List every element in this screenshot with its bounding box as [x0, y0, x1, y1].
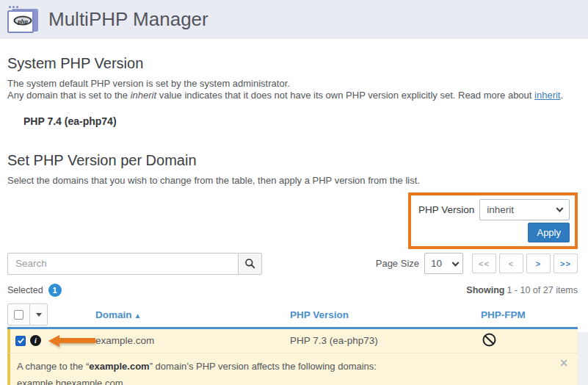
cell-php-fpm: [481, 333, 578, 349]
notice-text-post: ” domain’s PHP version affects the follo…: [150, 361, 377, 372]
affected-domain: example.hgexample.com: [17, 378, 553, 385]
column-header-php-version[interactable]: PHP Version: [290, 309, 481, 320]
pagination: << < > >>: [472, 253, 578, 273]
system-desc-line2-pre: Any domain that is set to the: [7, 90, 131, 101]
page-size-label: Page Size: [376, 258, 419, 269]
system-desc-line1: The system default PHP version is set by…: [7, 78, 290, 89]
php-logo-text: php: [14, 16, 32, 26]
affected-domains-notice: ✕ A change to the “example.com” domain’s…: [7, 353, 578, 385]
page-controls: Page Size 10 << < > >>: [376, 253, 578, 274]
notice-text: A change to the “example.com” domain’s P…: [17, 361, 553, 372]
selected-summary: Selected 1: [7, 284, 62, 297]
selection-summary-row: Selected 1 Showing1 - 10 of 27 items: [7, 284, 578, 297]
search-group: [7, 253, 262, 275]
set-php-heading: Set PHP Version per Domain: [7, 152, 578, 169]
info-icon[interactable]: i: [30, 335, 41, 346]
select-all-checkbox[interactable]: [7, 303, 30, 325]
search-button[interactable]: [238, 253, 262, 275]
cell-domain: example.com: [95, 335, 290, 346]
page-edge: [578, 332, 588, 385]
php-version-select[interactable]: inherit: [479, 199, 570, 220]
apply-button[interactable]: Apply: [528, 223, 570, 242]
sort-asc-icon: ▲: [134, 312, 142, 320]
column-header-domain[interactable]: Domain▲: [95, 309, 290, 320]
showing-label: Showing: [466, 285, 504, 295]
close-icon[interactable]: ✕: [559, 357, 568, 369]
select-all-group: [7, 303, 95, 325]
page-title: MultiPHP Manager: [48, 8, 208, 31]
page-header: php MultiPHP Manager: [0, 0, 588, 39]
php-version-label: PHP Version: [418, 204, 474, 215]
page-size-select[interactable]: 10: [424, 253, 463, 274]
checkbox-empty-icon: [14, 310, 23, 320]
row-checkbox[interactable]: [15, 336, 26, 346]
selected-count-badge: 1: [48, 284, 62, 297]
selected-label: Selected: [7, 285, 43, 295]
main-content: System PHP Version The system default PH…: [0, 55, 588, 385]
showing-range: 1 - 10 of 27 items: [507, 285, 578, 295]
prohibited-icon: [482, 333, 496, 347]
system-desc-line2-mid: value indicates that it does not have it…: [156, 90, 534, 101]
pagination-prev-button[interactable]: <: [499, 253, 523, 273]
inherit-link[interactable]: inherit: [534, 90, 560, 101]
system-php-heading: System PHP Version: [7, 55, 578, 72]
annotation-arrow-icon: [48, 335, 95, 347]
pagination-next-button[interactable]: >: [526, 253, 551, 273]
system-php-version-value: PHP 7.4 (ea-php74): [23, 115, 578, 127]
notice-domain: example.com: [89, 361, 149, 372]
apply-panel-row: PHP Version inherit Apply: [7, 192, 578, 249]
caret-down-icon: [36, 313, 42, 317]
check-icon: [17, 337, 25, 345]
pagination-last-button[interactable]: >>: [553, 253, 578, 273]
php-app-icon: php: [7, 6, 39, 34]
header-checkbox-cell: [7, 303, 95, 325]
apply-annotation-box: PHP Version inherit Apply: [408, 192, 578, 249]
table-row[interactable]: i example.com PHP 7.3 (ea-php73): [7, 329, 578, 353]
cell-php-version: PHP 7.3 (ea-php73): [290, 335, 481, 346]
inherit-emphasis: inherit: [131, 90, 156, 101]
table-toolbar: Page Size 10 << < > >>: [7, 253, 578, 275]
php-version-select-line: PHP Version inherit: [418, 199, 570, 220]
domain-header-label: Domain: [95, 309, 132, 320]
search-icon: [244, 258, 255, 269]
row-controls-cell: i: [10, 335, 95, 347]
showing-summary: Showing1 - 10 of 27 items: [466, 285, 578, 295]
set-php-description: Select the domains that you wish to chan…: [7, 175, 578, 187]
column-header-php-fpm[interactable]: PHP-FPM: [481, 309, 578, 320]
search-input[interactable]: [7, 253, 238, 275]
table-header-row: Domain▲ PHP Version PHP-FPM: [7, 303, 578, 327]
system-desc-line2-end: .: [560, 90, 563, 101]
php-icon-dots: [9, 6, 18, 8]
notice-text-pre: A change to the “: [17, 361, 89, 372]
apply-button-line: Apply: [418, 223, 570, 242]
pagination-first-button[interactable]: <<: [472, 253, 496, 273]
system-php-description: The system default PHP version is set by…: [7, 78, 578, 101]
select-menu-caret-button[interactable]: [30, 303, 48, 325]
